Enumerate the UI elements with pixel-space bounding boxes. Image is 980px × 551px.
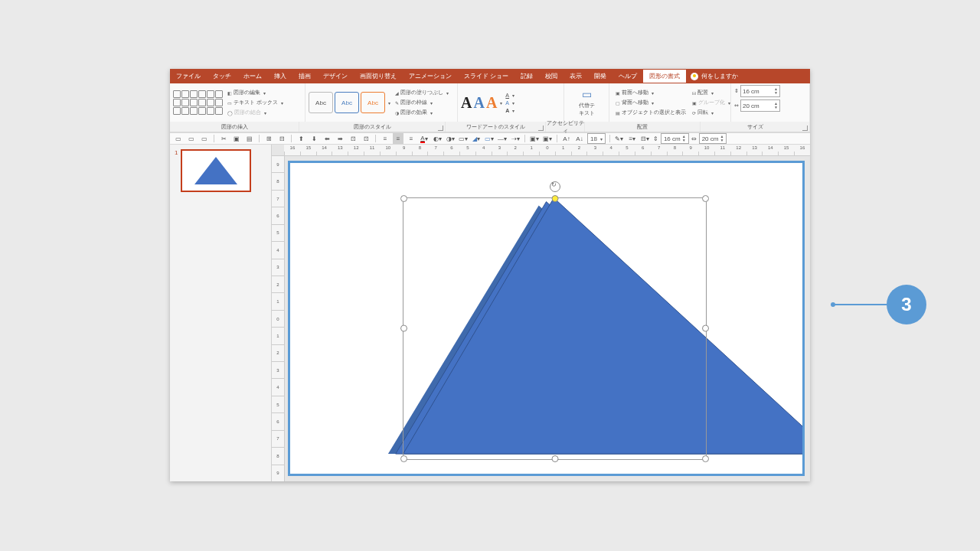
selection-pane-button[interactable]: ▤オブジェクトの選択と表示 [612, 108, 688, 117]
qat-btn[interactable]: ⊟▾ [640, 133, 651, 144]
tab-record[interactable]: 記録 [514, 70, 539, 83]
group-wordart-styles: A A A ▾ A▾ A▾ A▾ [458, 83, 564, 122]
qat-btn[interactable]: ▣ [231, 133, 242, 144]
qat-btn[interactable]: ▣▾ [542, 133, 553, 144]
size-launcher-icon[interactable] [802, 126, 808, 131]
qat-btn[interactable]: ⊡ [361, 133, 371, 144]
tab-view[interactable]: 表示 [564, 70, 588, 83]
qat-btn[interactable]: ✎▾ [614, 133, 625, 144]
slide-number: 1 [175, 149, 178, 192]
bring-forward-button[interactable]: ▣前面へ移動▾ [612, 88, 688, 97]
shape-outline-button[interactable]: ✎図形の枠線▾ [392, 98, 450, 107]
qat-btn[interactable]: ▭ [186, 133, 197, 144]
qat-btn[interactable]: ▣▾ [529, 133, 540, 144]
qat-shape-fill[interactable]: ◢▾ [471, 133, 482, 144]
tab-shape-format[interactable]: 図形の書式 [643, 70, 686, 83]
tab-draw[interactable]: 描画 [292, 70, 317, 83]
qat-btn[interactable]: ➡ [335, 133, 345, 144]
qat-btn[interactable]: ⇢▾ [510, 133, 521, 144]
tab-home[interactable]: ホーム [237, 70, 268, 83]
qat-shape-outline[interactable]: ▭▾ [484, 133, 495, 144]
shape-style-1[interactable]: Abc [309, 92, 333, 113]
resize-handle-s[interactable] [551, 455, 558, 462]
wordart-launcher-icon[interactable] [538, 126, 544, 131]
qat-btn[interactable]: ▭▾ [458, 133, 469, 144]
tell-me[interactable]: 何をしますか [686, 72, 743, 80]
shape-styles-launcher-icon[interactable] [438, 126, 443, 131]
resize-handle-w[interactable] [400, 325, 407, 332]
text-fill-button[interactable]: A▾ [504, 92, 516, 99]
tab-slideshow[interactable]: スライド ショー [458, 70, 514, 83]
tab-insert[interactable]: 挿入 [268, 70, 292, 83]
textbox-button[interactable]: ▭テキスト ボックス▾ [224, 98, 285, 107]
slide-canvas[interactable] [290, 163, 802, 474]
qat-btn[interactable]: ✂ [218, 133, 229, 144]
qat-btn[interactable]: ⬇ [309, 133, 319, 144]
slide-thumbnail-pane[interactable]: 1 [170, 145, 272, 481]
wordart-style-2[interactable]: A [473, 95, 484, 110]
rotate-button[interactable]: ⟳回転▾ [689, 108, 732, 117]
alt-text-icon[interactable]: ▭ [582, 88, 592, 100]
tab-help[interactable]: ヘルプ [612, 70, 643, 83]
text-outline-button[interactable]: A▾ [504, 99, 516, 106]
shape-fill-button[interactable]: ◢図形の塗りつぶし▾ [392, 88, 450, 97]
align-button[interactable]: ⊟配置▾ [689, 88, 732, 97]
tab-animations[interactable]: アニメーション [403, 70, 458, 83]
slide-stage[interactable]: 1615141312111098765432101234567891011121… [272, 145, 810, 481]
shape-style-2[interactable]: Abc [335, 92, 359, 113]
alt-text-button[interactable]: 代替テ キスト [579, 102, 595, 117]
qat-align-left[interactable]: ≡ [380, 133, 390, 144]
qat-btn[interactable]: ▤ [244, 133, 255, 144]
qat-btn[interactable]: —▾ [497, 133, 508, 144]
qat-decrease-font[interactable]: A↓ [574, 133, 585, 144]
shape-style-more[interactable]: ▾ [388, 100, 390, 106]
tab-touch[interactable]: タッチ [207, 70, 237, 83]
tab-design[interactable]: デザイン [317, 70, 354, 83]
editor-body: 1 16151413121110987654321012345678910111… [170, 145, 810, 481]
resize-handle-ne[interactable] [702, 195, 709, 202]
qat-align-center[interactable]: ≡ [393, 133, 403, 144]
qat-font-color[interactable]: A▾ [419, 133, 430, 144]
qat-btn[interactable]: ◑▾ [445, 133, 456, 144]
height-icon: ⇕ [734, 88, 739, 94]
qat-height-input[interactable]: 16 cm▲▼ [661, 133, 689, 144]
shape-style-3[interactable]: Abc [361, 92, 385, 113]
svg-marker-0 [194, 157, 237, 184]
wordart-style-1[interactable]: A [461, 95, 472, 110]
qat-font-size-input[interactable]: 18▾ [587, 133, 606, 144]
qat-btn[interactable]: ⊡ [348, 133, 358, 144]
wordart-style-3[interactable]: A [486, 95, 497, 110]
qat-btn[interactable]: ≡▾ [627, 133, 638, 144]
qat-btn[interactable]: ⬆ [296, 133, 306, 144]
slide-thumbnail-1[interactable] [181, 149, 251, 192]
shape-width-input[interactable]: 20 cm▲▼ [740, 99, 780, 112]
qat-btn[interactable]: ◐▾ [432, 133, 443, 144]
qat-align-right[interactable]: ≡ [406, 133, 416, 144]
qat-btn[interactable]: ⊞ [263, 133, 274, 144]
qat-width-icon: ⇔ [691, 135, 697, 142]
qat-width-input[interactable]: 20 cm▲▼ [699, 133, 727, 144]
selection-box[interactable] [403, 197, 707, 460]
qat-increase-font[interactable]: A↑ [561, 133, 572, 144]
tab-file[interactable]: ファイル [170, 70, 207, 83]
resize-handle-e[interactable] [702, 325, 709, 332]
qat-btn[interactable]: ⬅ [322, 133, 332, 144]
tab-developer[interactable]: 開発 [588, 70, 612, 83]
resize-handle-nw[interactable] [400, 195, 407, 202]
rotate-handle[interactable] [550, 181, 560, 192]
shape-effects-button[interactable]: ◑図形の効果▾ [392, 108, 450, 117]
send-backward-button[interactable]: ▢背面へ移動▾ [612, 98, 688, 107]
shape-gallery[interactable] [173, 90, 223, 115]
qat-btn[interactable]: ⊟ [276, 133, 287, 144]
resize-handle-sw[interactable] [400, 455, 407, 462]
tab-transitions[interactable]: 画面切り替え [354, 70, 403, 83]
resize-handle-n[interactable] [551, 195, 558, 202]
resize-handle-se[interactable] [702, 455, 709, 462]
qat-btn[interactable]: ▭ [173, 133, 184, 144]
qat-btn[interactable]: ▭ [199, 133, 210, 144]
text-effects-button[interactable]: A▾ [504, 107, 516, 114]
shape-height-input[interactable]: 16 cm▲▼ [740, 85, 780, 97]
edit-shape-button[interactable]: ◧図形の編集▾ [224, 88, 285, 97]
tab-review[interactable]: 校閲 [539, 70, 564, 83]
wordart-more[interactable]: ▾ [500, 100, 502, 106]
